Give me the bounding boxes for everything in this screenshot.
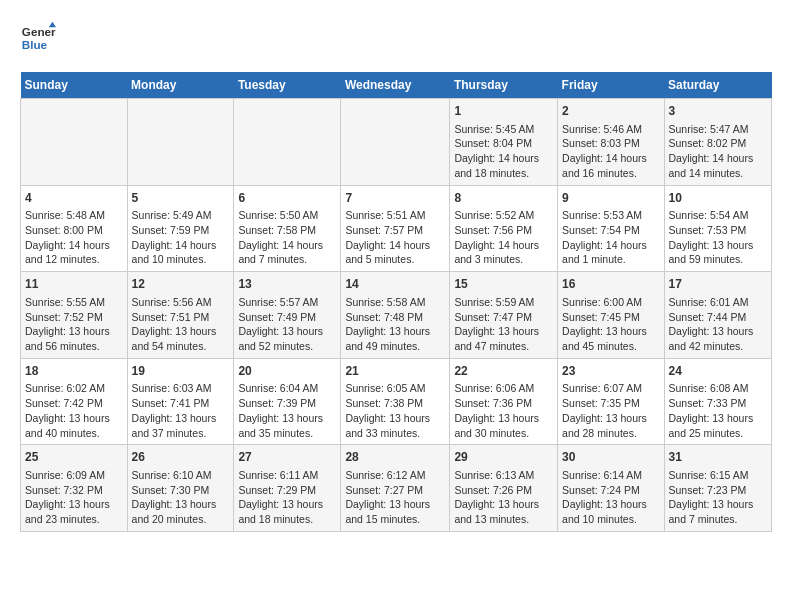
day-number: 24 xyxy=(669,363,767,380)
day-number: 6 xyxy=(238,190,336,207)
day-info: and 37 minutes. xyxy=(132,426,230,441)
day-info: Daylight: 14 hours xyxy=(669,151,767,166)
day-number: 28 xyxy=(345,449,445,466)
day-info: Daylight: 14 hours xyxy=(454,238,553,253)
calendar-cell: 19Sunrise: 6:03 AMSunset: 7:41 PMDayligh… xyxy=(127,358,234,445)
day-number: 9 xyxy=(562,190,659,207)
day-info: Daylight: 13 hours xyxy=(345,497,445,512)
day-info: and 47 minutes. xyxy=(454,339,553,354)
calendar-cell: 1Sunrise: 5:45 AMSunset: 8:04 PMDaylight… xyxy=(450,99,558,186)
day-info: Sunrise: 5:59 AM xyxy=(454,295,553,310)
day-info: Sunset: 7:30 PM xyxy=(132,483,230,498)
calendar-cell: 27Sunrise: 6:11 AMSunset: 7:29 PMDayligh… xyxy=(234,445,341,532)
day-info: Sunset: 7:45 PM xyxy=(562,310,659,325)
day-info: Sunrise: 6:04 AM xyxy=(238,381,336,396)
day-number: 13 xyxy=(238,276,336,293)
day-info: and 23 minutes. xyxy=(25,512,123,527)
day-info: Daylight: 13 hours xyxy=(562,497,659,512)
day-info: and 20 minutes. xyxy=(132,512,230,527)
day-info: and 28 minutes. xyxy=(562,426,659,441)
day-number: 2 xyxy=(562,103,659,120)
calendar-cell: 7Sunrise: 5:51 AMSunset: 7:57 PMDaylight… xyxy=(341,185,450,272)
calendar-cell: 21Sunrise: 6:05 AMSunset: 7:38 PMDayligh… xyxy=(341,358,450,445)
day-info: Sunrise: 5:56 AM xyxy=(132,295,230,310)
day-info: and 42 minutes. xyxy=(669,339,767,354)
day-info: and 15 minutes. xyxy=(345,512,445,527)
calendar-cell: 31Sunrise: 6:15 AMSunset: 7:23 PMDayligh… xyxy=(664,445,771,532)
day-number: 23 xyxy=(562,363,659,380)
day-info: Sunset: 7:33 PM xyxy=(669,396,767,411)
day-number: 7 xyxy=(345,190,445,207)
calendar-cell xyxy=(341,99,450,186)
day-info: Sunset: 7:35 PM xyxy=(562,396,659,411)
day-info: and 18 minutes. xyxy=(454,166,553,181)
logo: General Blue xyxy=(20,20,56,56)
day-number: 25 xyxy=(25,449,123,466)
day-info: Sunset: 7:23 PM xyxy=(669,483,767,498)
day-info: Daylight: 14 hours xyxy=(345,238,445,253)
day-info: Sunrise: 5:58 AM xyxy=(345,295,445,310)
day-info: and 45 minutes. xyxy=(562,339,659,354)
weekday-header-sunday: Sunday xyxy=(21,72,128,99)
day-info: Sunrise: 5:54 AM xyxy=(669,208,767,223)
calendar-cell: 8Sunrise: 5:52 AMSunset: 7:56 PMDaylight… xyxy=(450,185,558,272)
day-info: Sunset: 7:27 PM xyxy=(345,483,445,498)
day-info: Sunset: 8:02 PM xyxy=(669,136,767,151)
day-info: Sunrise: 6:08 AM xyxy=(669,381,767,396)
day-info: Daylight: 13 hours xyxy=(132,411,230,426)
day-info: Sunset: 7:26 PM xyxy=(454,483,553,498)
calendar-cell: 9Sunrise: 5:53 AMSunset: 7:54 PMDaylight… xyxy=(558,185,664,272)
day-info: Sunset: 7:51 PM xyxy=(132,310,230,325)
calendar-cell: 14Sunrise: 5:58 AMSunset: 7:48 PMDayligh… xyxy=(341,272,450,359)
weekday-header-saturday: Saturday xyxy=(664,72,771,99)
day-info: and 52 minutes. xyxy=(238,339,336,354)
day-info: Sunset: 7:32 PM xyxy=(25,483,123,498)
day-info: Daylight: 13 hours xyxy=(345,324,445,339)
day-number: 11 xyxy=(25,276,123,293)
day-info: Daylight: 13 hours xyxy=(562,411,659,426)
day-info: and 14 minutes. xyxy=(669,166,767,181)
weekday-header-friday: Friday xyxy=(558,72,664,99)
day-info: Daylight: 13 hours xyxy=(25,411,123,426)
day-info: Sunset: 7:42 PM xyxy=(25,396,123,411)
day-number: 8 xyxy=(454,190,553,207)
day-number: 10 xyxy=(669,190,767,207)
weekday-header-thursday: Thursday xyxy=(450,72,558,99)
day-info: and 59 minutes. xyxy=(669,252,767,267)
svg-text:Blue: Blue xyxy=(22,38,48,51)
day-info: Sunrise: 5:52 AM xyxy=(454,208,553,223)
day-info: Daylight: 14 hours xyxy=(25,238,123,253)
calendar-cell xyxy=(21,99,128,186)
day-info: Sunset: 7:39 PM xyxy=(238,396,336,411)
day-info: Sunrise: 6:00 AM xyxy=(562,295,659,310)
day-info: Sunrise: 6:09 AM xyxy=(25,468,123,483)
weekday-header-tuesday: Tuesday xyxy=(234,72,341,99)
day-info: and 16 minutes. xyxy=(562,166,659,181)
calendar-cell xyxy=(127,99,234,186)
day-info: and 30 minutes. xyxy=(454,426,553,441)
day-number: 12 xyxy=(132,276,230,293)
calendar-cell: 29Sunrise: 6:13 AMSunset: 7:26 PMDayligh… xyxy=(450,445,558,532)
day-info: Daylight: 13 hours xyxy=(454,324,553,339)
day-info: Sunset: 7:56 PM xyxy=(454,223,553,238)
day-info: and 49 minutes. xyxy=(345,339,445,354)
weekday-header-wednesday: Wednesday xyxy=(341,72,450,99)
day-info: Sunset: 8:03 PM xyxy=(562,136,659,151)
day-info: and 18 minutes. xyxy=(238,512,336,527)
day-number: 15 xyxy=(454,276,553,293)
day-info: Sunrise: 6:03 AM xyxy=(132,381,230,396)
logo-icon: General Blue xyxy=(20,20,56,56)
day-info: and 7 minutes. xyxy=(669,512,767,527)
calendar-cell: 12Sunrise: 5:56 AMSunset: 7:51 PMDayligh… xyxy=(127,272,234,359)
day-info: Daylight: 13 hours xyxy=(669,238,767,253)
day-info: Sunrise: 5:46 AM xyxy=(562,122,659,137)
day-info: Daylight: 14 hours xyxy=(132,238,230,253)
day-info: Sunrise: 5:53 AM xyxy=(562,208,659,223)
day-info: Sunrise: 5:57 AM xyxy=(238,295,336,310)
day-info: Sunset: 7:59 PM xyxy=(132,223,230,238)
day-info: Daylight: 13 hours xyxy=(669,324,767,339)
day-info: Daylight: 13 hours xyxy=(562,324,659,339)
calendar-cell: 24Sunrise: 6:08 AMSunset: 7:33 PMDayligh… xyxy=(664,358,771,445)
day-info: Daylight: 14 hours xyxy=(454,151,553,166)
day-info: Sunrise: 6:13 AM xyxy=(454,468,553,483)
